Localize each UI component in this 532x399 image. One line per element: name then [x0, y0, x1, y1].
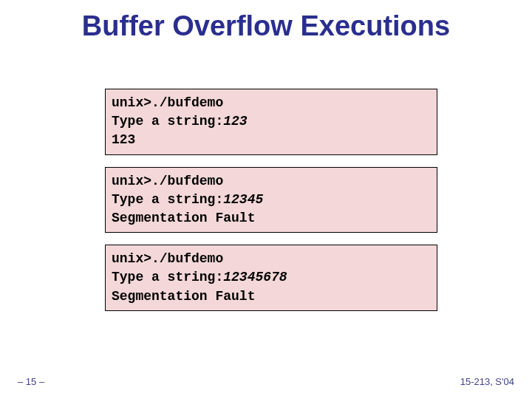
term-prompt: unix>./bufdemo — [112, 174, 223, 188]
terminal-run: unix>./bufdemo Type a string:12345678 Se… — [105, 245, 437, 311]
terminal-run: unix>./bufdemo Type a string:12345 Segme… — [105, 167, 437, 233]
term-type-label: Type a string: — [112, 192, 223, 207]
term-input: 12345678 — [223, 270, 287, 284]
term-prompt: unix>./bufdemo — [112, 251, 223, 266]
terminal-run: unix>./bufdemo Type a string:123 123 — [105, 89, 437, 155]
page-number: – 15 – — [18, 376, 44, 387]
terminal-examples: unix>./bufdemo Type a string:123 123 uni… — [105, 89, 437, 323]
term-input: 12345 — [223, 192, 263, 207]
term-output: Segmentation Fault — [112, 211, 255, 225]
term-type-label: Type a string: — [112, 114, 223, 129]
term-type-label: Type a string: — [112, 270, 223, 284]
term-output: 123 — [112, 132, 135, 147]
term-output: Segmentation Fault — [112, 289, 255, 304]
term-prompt: unix>./bufdemo — [112, 95, 223, 110]
course-tag: 15-213, S'04 — [460, 376, 514, 387]
term-input: 123 — [223, 114, 247, 129]
slide-title: Buffer Overflow Executions — [0, 10, 532, 42]
